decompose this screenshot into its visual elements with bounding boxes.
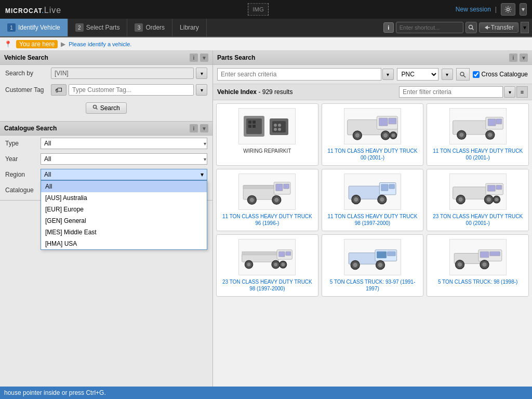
type-select[interactable]: All [41, 138, 207, 149]
region-option-aus[interactable]: [AUS] Australia [41, 192, 207, 204]
region-option-all[interactable]: All [41, 181, 207, 192]
catalogue-info-icon[interactable]: i [190, 124, 198, 132]
parts-search-input[interactable] [217, 68, 381, 81]
settings-dropdown-button[interactable]: ▾ [520, 3, 527, 16]
tab-identify-vehicle[interactable]: 1 Identify Vehicle [0, 19, 68, 36]
cross-catalogue-checkbox[interactable] [473, 71, 480, 78]
customer-tag-input[interactable] [69, 84, 194, 96]
svg-rect-43 [276, 184, 283, 191]
svg-point-22 [278, 128, 281, 131]
vehicle-search-section: Vehicle Search i ▼ Search by ▾ Customer … [0, 51, 212, 122]
part-card-image-wiring [238, 108, 296, 144]
main-area: Vehicle Search i ▼ Search by ▾ Customer … [0, 51, 532, 387]
tab-library[interactable]: Library [172, 19, 207, 36]
catalogue-filter-icon[interactable]: ▼ [200, 124, 208, 132]
part-card-11ton-98[interactable]: 11 TON CLASS HEAVY DUTY TRUCK 98 (1997-2… [322, 169, 424, 231]
part-card-image-11ton-98 [344, 174, 401, 210]
svg-point-3 [469, 25, 472, 29]
svg-rect-61 [496, 185, 502, 190]
tab-num-1: 1 [7, 23, 16, 32]
region-option-hma[interactable]: [HMA] USA [41, 238, 207, 249]
filter-dropdown-button[interactable]: ▾ [504, 86, 515, 98]
part-card-label-11ton-98: 11 TON CLASS HEAVY DUTY TRUCK 98 (1997-2… [326, 213, 419, 227]
part-card-image-5ton-98 [449, 239, 507, 275]
svg-point-38 [459, 133, 463, 137]
year-select[interactable]: All [41, 153, 207, 165]
top-bar: MICROCAT.Live IMG New session | ▾ [0, 0, 532, 19]
svg-point-20 [278, 124, 281, 127]
transfer-button[interactable]: Transfer [479, 22, 518, 33]
pnc-dropdown-button[interactable]: ▾ [442, 69, 453, 80]
part-card-5ton-98[interactable]: 5 TON CLASS TRUCK: 98 (1998-) [427, 234, 529, 297]
part-card-5ton-93[interactable]: 5 TON CLASS TRUCK: 93-97 (1991-1997) [322, 234, 424, 297]
part-card-11ton-96[interactable]: 11 TON CLASS HEAVY DUTY TRUCK 96 (1996-) [216, 169, 318, 231]
nav-tabs: 1 Identify Vehicle 2 Select Parts 3 Orde… [0, 19, 532, 37]
svg-point-19 [274, 124, 277, 127]
transfer-dropdown-button[interactable]: ▾ [521, 22, 529, 33]
part-card-image-11ton-96 [238, 174, 296, 210]
info-button[interactable]: i [383, 22, 394, 33]
customer-tag-dropdown-button[interactable]: ▾ [196, 84, 207, 96]
vehicle-index-count: 929 results [262, 88, 293, 96]
svg-marker-5 [485, 25, 488, 30]
part-card-image-23ton-00 [449, 174, 507, 210]
part-card-label-11ton-96: 11 TON CLASS HEAVY DUTY TRUCK 96 (1996-) [221, 213, 314, 227]
svg-line-4 [472, 29, 473, 30]
tab-select-parts[interactable]: 2 Select Parts [68, 19, 128, 36]
search-button-row: Search [0, 98, 212, 121]
part-card-wiring[interactable]: WIRING REPAIRKIT [216, 103, 318, 166]
parts-filter-icon[interactable]: ▼ [520, 54, 528, 62]
search-criteria-dropdown[interactable]: ▾ [382, 69, 394, 80]
parts-search-go-button[interactable] [456, 68, 470, 81]
svg-point-46 [250, 198, 254, 202]
product-logo-image: IMG [248, 3, 269, 16]
breadcrumb: 📍 You are here ▶ Please identify a vehic… [0, 37, 532, 51]
svg-point-76 [274, 263, 278, 267]
tab-num-2: 2 [75, 23, 84, 32]
search-by-dropdown-button[interactable]: ▾ [196, 68, 207, 79]
parts-info-icon[interactable]: i [509, 54, 517, 62]
search-by-input[interactable] [51, 68, 194, 79]
svg-rect-15 [248, 125, 251, 128]
region-select-display[interactable]: All ▾ [41, 169, 207, 180]
new-session-link[interactable]: New session [456, 6, 491, 13]
svg-rect-52 [381, 184, 388, 191]
filter-input[interactable] [399, 86, 503, 98]
catalogue-search-header: Catalogue Search i ▼ [0, 122, 212, 136]
cross-catalogue-checkbox-area: Cross Catalogue [473, 71, 528, 78]
right-panel: Parts Search i ▼ ▾ PNC ▾ Cross Catalogue [213, 51, 532, 387]
svg-rect-14 [252, 121, 256, 124]
svg-rect-82 [387, 251, 395, 256]
tab-orders[interactable]: 3 Orders [127, 19, 172, 36]
svg-point-21 [274, 128, 277, 131]
region-option-mes[interactable]: [MES] Middle East [41, 227, 207, 238]
svg-rect-81 [377, 251, 386, 258]
settings-button[interactable] [501, 3, 515, 16]
vehicle-search-info-icon[interactable]: i [190, 54, 198, 62]
svg-point-84 [353, 263, 357, 267]
region-option-eur[interactable]: [EUR] Europe [41, 204, 207, 215]
part-card-23ton-98[interactable]: 23 TON CLASS HEAVY DUTY TRUCK 98 (1997-2… [216, 234, 318, 297]
tab-label-library: Library [180, 24, 199, 31]
shortcut-search-button[interactable] [466, 22, 477, 33]
svg-rect-16 [252, 125, 256, 128]
search-button[interactable]: Search [86, 102, 126, 114]
tab-num-3: 3 [135, 23, 143, 32]
filter-input-wrap: ▾ ≡ [399, 86, 528, 98]
vehicle-index-label: Vehicle Index [217, 88, 257, 96]
svg-point-9 [460, 72, 464, 76]
svg-rect-71 [279, 251, 285, 257]
part-card-11ton-00a[interactable]: 11 TON CLASS HEAVY DUTY TRUCK 00 (2001-) [322, 103, 424, 166]
search-criteria-wrap: ▾ [217, 68, 394, 81]
pnc-select[interactable]: PNC [397, 68, 438, 81]
svg-point-30 [383, 133, 388, 137]
part-card-23ton-00[interactable]: 23 TON CLASS HEAVY DUTY TRUCK 00 (2001-) [427, 169, 529, 231]
part-card-11ton-00b[interactable]: 11 TON CLASS HEAVY DUTY TRUCK 00 (2001-) [427, 103, 529, 166]
shortcut-input[interactable] [396, 22, 463, 33]
region-option-gen[interactable]: [GEN] General [41, 215, 207, 227]
list-view-button[interactable]: ≡ [516, 86, 528, 98]
vehicle-search-filter-icon[interactable]: ▼ [200, 54, 208, 62]
you-are-here-badge: You are here [16, 40, 58, 48]
vehicle-index-text: Vehicle Index - 929 results [217, 88, 292, 96]
svg-line-10 [463, 75, 466, 77]
